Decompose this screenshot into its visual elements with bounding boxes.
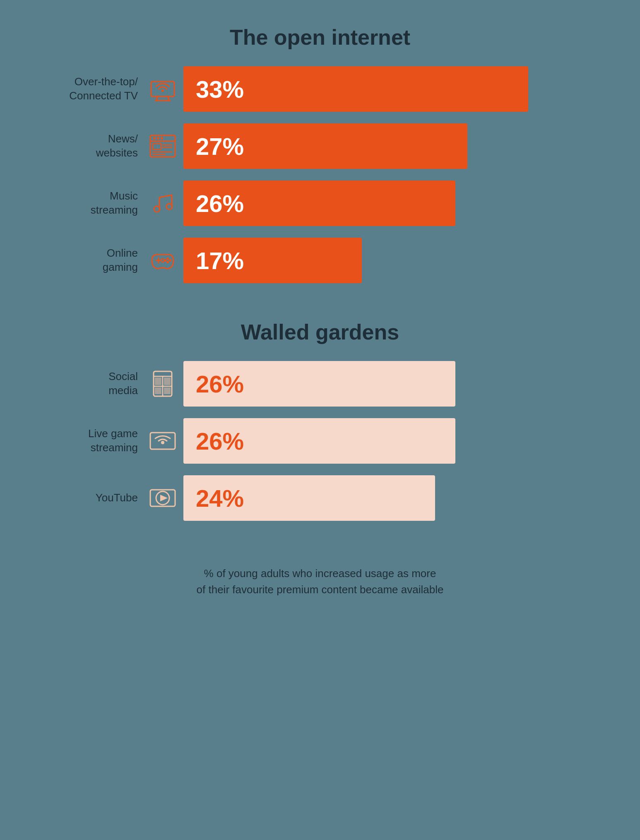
bar-container-ott: 33% xyxy=(183,66,589,112)
svg-marker-36 xyxy=(160,495,168,501)
livestream-icon xyxy=(148,426,178,456)
bar-value-gaming: 17% xyxy=(196,247,244,274)
news-icon xyxy=(148,131,178,161)
bar-livestream: 26% xyxy=(183,418,455,464)
open-internet-section: The open internet Over-the-top/Connected… xyxy=(51,25,589,295)
svg-rect-28 xyxy=(155,378,161,385)
label-news: News/websites xyxy=(51,132,142,160)
bar-value-music: 26% xyxy=(196,190,244,217)
svg-point-33 xyxy=(161,441,164,444)
bar-gaming: 17% xyxy=(183,238,362,283)
label-livestream: Live gamestreaming xyxy=(51,427,142,455)
label-youtube: YouTube xyxy=(51,491,142,505)
tv-icon xyxy=(148,74,178,104)
icon-area-youtube xyxy=(142,483,183,513)
bar-value-youtube: 24% xyxy=(196,484,244,512)
bar-value-livestream: 26% xyxy=(196,427,244,455)
svg-rect-31 xyxy=(164,388,171,394)
svg-point-14 xyxy=(161,137,163,140)
chart-row-social: Socialmedia 26% xyxy=(51,361,589,407)
chart-row-youtube: YouTube 24% xyxy=(51,475,589,521)
bar-youtube: 24% xyxy=(183,475,435,521)
gaming-icon xyxy=(148,246,178,275)
chart-row-music: Musicstreaming 26% xyxy=(51,181,589,226)
bar-music: 26% xyxy=(183,181,455,226)
svg-point-4 xyxy=(161,89,164,92)
open-internet-title: The open internet xyxy=(51,25,589,50)
bar-container-music: 26% xyxy=(183,181,589,226)
social-icon xyxy=(148,369,178,399)
bar-value-news: 27% xyxy=(196,132,244,160)
svg-rect-30 xyxy=(155,388,161,394)
label-social: Socialmedia xyxy=(51,370,142,398)
walled-gardens-section: Walled gardens Socialmedia 26% xyxy=(51,320,589,532)
music-icon xyxy=(148,188,178,218)
bar-value-social: 26% xyxy=(196,370,244,398)
icon-area-news xyxy=(142,131,183,161)
bar-value-ott: 33% xyxy=(196,75,244,103)
svg-rect-29 xyxy=(164,378,171,385)
chart-row-ott: Over-the-top/Connected TV 33% xyxy=(51,66,589,112)
svg-point-23 xyxy=(161,259,164,262)
bar-news: 27% xyxy=(183,123,467,169)
icon-area-social xyxy=(142,369,183,399)
icon-area-gaming xyxy=(142,246,183,275)
chart-row-news: News/websites 27% xyxy=(51,123,589,169)
bar-container-youtube: 24% xyxy=(183,475,589,521)
chart-row-livestream: Live gamestreaming 26% xyxy=(51,418,589,464)
label-music: Musicstreaming xyxy=(51,189,142,217)
bar-container-gaming: 17% xyxy=(183,238,589,283)
youtube-icon xyxy=(148,483,178,513)
svg-point-13 xyxy=(157,137,159,140)
footer-text: % of young adults who increased usage as… xyxy=(197,566,444,598)
bar-container-livestream: 26% xyxy=(183,418,589,464)
bar-container-news: 27% xyxy=(183,123,589,169)
svg-rect-7 xyxy=(153,144,161,149)
svg-point-21 xyxy=(166,261,169,263)
bar-social: 26% xyxy=(183,361,455,407)
bar-ott: 33% xyxy=(183,66,528,112)
walled-gardens-title: Walled gardens xyxy=(51,320,589,344)
svg-point-20 xyxy=(169,259,171,262)
bar-container-social: 26% xyxy=(183,361,589,407)
label-ott: Over-the-top/Connected TV xyxy=(51,75,142,103)
icon-area-tv xyxy=(142,74,183,104)
label-gaming: Onlinegaming xyxy=(51,246,142,274)
svg-point-19 xyxy=(166,258,169,260)
svg-point-12 xyxy=(153,137,156,140)
icon-area-livestream xyxy=(142,426,183,456)
chart-row-gaming: Onlinegaming 17% xyxy=(51,238,589,283)
icon-area-music xyxy=(142,188,183,218)
